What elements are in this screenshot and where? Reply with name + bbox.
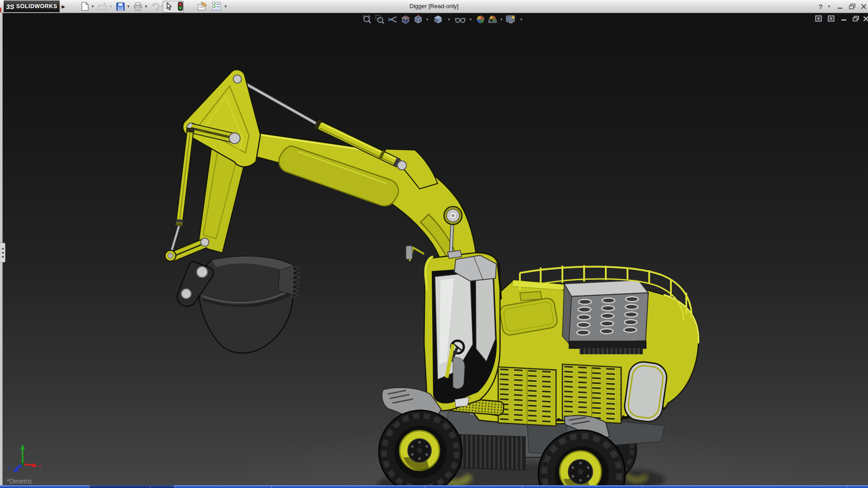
solidworks-window: { "window": { "brand": "SOLIDWORKS", "br… (0, 0, 868, 488)
display-style-cube-icon (433, 14, 443, 24)
bucket[interactable] (177, 256, 300, 353)
reference-triad: x z (5, 441, 45, 477)
edit-appearance-button[interactable] (475, 14, 486, 25)
apply-scene-icon (488, 15, 497, 24)
help-dropdown[interactable]: ▼ (826, 2, 832, 11)
previous-view-button[interactable] (387, 14, 398, 25)
help-icon: ? (818, 3, 822, 10)
bucket-teeth (292, 267, 300, 298)
previous-view-icon (387, 15, 397, 24)
collapsed-featuremanager-tab[interactable]: ◀ ◀ ◀ (0, 243, 5, 263)
boom-elbow-pin[interactable] (444, 206, 462, 225)
zoom-to-area-icon (375, 15, 385, 24)
help-button[interactable]: ? (816, 2, 825, 11)
zoom-to-fit-button[interactable] (362, 14, 373, 25)
view-settings-icon (505, 15, 516, 24)
taskbar-sliver[interactable] (0, 485, 868, 488)
collapse-right-pane-button[interactable] (826, 14, 835, 23)
view-settings-dropdown[interactable]: ▼ (519, 18, 523, 22)
triad-x-label: x (38, 463, 42, 469)
roof-beacon (448, 250, 462, 258)
appearance-sphere-icon (476, 15, 485, 24)
collapse-arrow-icon: ◀ (1, 247, 4, 250)
view-orientation-label: *Dimetric (7, 478, 33, 485)
display-style-button[interactable] (433, 14, 443, 25)
wing-mirror (406, 246, 412, 259)
pane-left-icon (815, 15, 822, 22)
excavator-model[interactable] (2, 13, 868, 485)
taskbar-segment (89, 485, 174, 488)
engine-vent-mesh (580, 348, 643, 354)
engine-block[interactable] (562, 280, 648, 354)
cab[interactable] (406, 246, 502, 411)
minimize-icon (837, 4, 843, 9)
document-title: Digger [Read-only] (0, 3, 868, 9)
app-restore-button[interactable] (847, 2, 857, 11)
view-orientation-button[interactable] (413, 14, 424, 25)
doc-restore-icon (853, 16, 859, 22)
cylinder-end-pin[interactable] (397, 161, 406, 170)
zoom-to-fit-icon (363, 15, 372, 24)
hide-show-items-dropdown[interactable]: ▼ (469, 18, 472, 22)
eyeglasses-icon (455, 15, 466, 23)
doc-close-button[interactable] (862, 14, 868, 23)
view-orientation-cube-icon (413, 14, 423, 24)
close-icon (861, 4, 867, 9)
app-minimize-button[interactable] (835, 2, 844, 11)
apply-scene-dropdown[interactable]: ▼ (500, 18, 503, 22)
apex-pin (233, 75, 241, 83)
triad-z-label: z (8, 465, 11, 470)
view-settings-button[interactable] (505, 14, 517, 25)
collapse-left-pane-button[interactable] (814, 14, 823, 23)
hide-show-items-button[interactable] (454, 14, 466, 25)
doc-restore-button[interactable] (851, 14, 861, 23)
display-style-dropdown[interactable]: ▼ (447, 18, 451, 22)
front-left-wheel[interactable] (379, 410, 462, 485)
apply-scene-button[interactable] (487, 14, 498, 25)
collapse-arrow-icon: ◀ (1, 251, 4, 254)
section-view-icon (401, 15, 410, 24)
collapse-arrow-icon: ◀ (1, 255, 4, 258)
graphics-viewport[interactable]: ▼ ▼ ▼ ▼ (2, 13, 868, 485)
app-close-button[interactable] (859, 2, 868, 11)
titlebar[interactable]: 3S SOLIDWORKS ▶ ▼ ▼ ▼ (0, 0, 868, 13)
seat (453, 357, 465, 389)
doc-minimize-button[interactable] (839, 14, 848, 23)
doc-minimize-icon (841, 16, 847, 21)
bucket-hydraulic-cylinder[interactable] (171, 127, 195, 253)
restore-icon (849, 4, 856, 9)
zoom-to-area-button[interactable] (374, 14, 385, 25)
pane-right-icon (828, 15, 835, 22)
view-orientation-dropdown[interactable]: ▼ (425, 18, 429, 22)
section-view-button[interactable] (400, 14, 411, 25)
stick-joint-pin[interactable] (229, 133, 240, 144)
doc-close-icon (863, 16, 868, 22)
